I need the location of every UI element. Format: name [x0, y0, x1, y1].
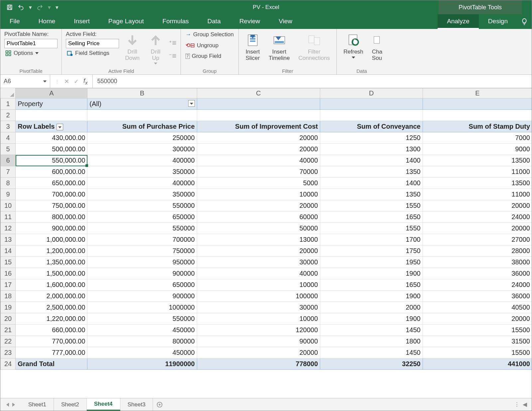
- cell[interactable]: 1350: [320, 189, 423, 200]
- cell[interactable]: 450000: [87, 347, 197, 358]
- cell[interactable]: 120000: [197, 325, 320, 336]
- tab-data[interactable]: Data: [198, 14, 230, 29]
- pivot-filter-field[interactable]: Property: [16, 98, 87, 110]
- row-header[interactable]: 22: [1, 336, 16, 347]
- cell[interactable]: 20000: [423, 313, 532, 325]
- insert-slicer-button[interactable]: InsertSlicer: [243, 31, 263, 68]
- select-all-corner[interactable]: [1, 88, 16, 98]
- cell[interactable]: 400000: [87, 155, 197, 166]
- row-header[interactable]: 8: [1, 178, 16, 189]
- cell[interactable]: 750,000.00: [16, 200, 87, 211]
- cell[interactable]: 1900: [320, 268, 423, 279]
- dropdown-icon[interactable]: [57, 124, 63, 130]
- collapse-field-icon[interactable]: ⁻≣: [169, 52, 177, 59]
- save-icon[interactable]: [6, 4, 13, 11]
- row-header[interactable]: 7: [1, 166, 16, 178]
- row-header[interactable]: 19: [1, 302, 16, 313]
- col-header[interactable]: D: [320, 88, 423, 98]
- cell[interactable]: 1650: [320, 279, 423, 291]
- row-header[interactable]: 16: [1, 268, 16, 279]
- row-header[interactable]: 4: [1, 132, 16, 144]
- sheet-tab-sheet3[interactable]: Sheet3: [120, 398, 153, 411]
- ungroup-button[interactable]: ⟲⊟Ungroup: [185, 42, 234, 49]
- tab-insert[interactable]: Insert: [65, 14, 99, 29]
- cell[interactable]: 550000: [87, 313, 197, 325]
- cell[interactable]: 770,000.00: [16, 336, 87, 347]
- cell[interactable]: 9000: [423, 144, 532, 155]
- cell[interactable]: 40000: [197, 155, 320, 166]
- cell[interactable]: 350000: [87, 166, 197, 178]
- row-header[interactable]: 3: [1, 121, 16, 132]
- cell[interactable]: 250000: [87, 132, 197, 144]
- row-header[interactable]: 11: [1, 211, 16, 223]
- cell[interactable]: 700000: [87, 234, 197, 245]
- pivottable-options-button[interactable]: Options: [4, 50, 58, 57]
- group-field-button[interactable]: 7Group Field: [185, 53, 234, 60]
- cell[interactable]: 500,000.00: [16, 144, 87, 155]
- cell[interactable]: 20000: [197, 347, 320, 358]
- cell[interactable]: 13500: [423, 155, 532, 166]
- cell[interactable]: 30000: [197, 257, 320, 268]
- cell[interactable]: 778000: [197, 358, 320, 370]
- cell[interactable]: 20000: [197, 245, 320, 257]
- change-data-source-button[interactable]: ChanSou: [369, 31, 383, 68]
- redo-icon[interactable]: [37, 4, 43, 11]
- tab-view[interactable]: View: [269, 14, 302, 29]
- worksheet-grid[interactable]: A B C D E 1Property(All)23Row LabelsSum …: [0, 88, 532, 398]
- tell-me-icon[interactable]: [517, 14, 532, 29]
- cell[interactable]: 15500: [423, 347, 532, 358]
- name-box[interactable]: A6: [0, 75, 50, 88]
- cell[interactable]: 1400: [320, 155, 423, 166]
- cell[interactable]: 450000: [87, 325, 197, 336]
- cell[interactable]: 36000: [423, 291, 532, 302]
- cell[interactable]: 1550: [320, 223, 423, 234]
- row-header[interactable]: 5: [1, 144, 16, 155]
- cell[interactable]: 27000: [423, 234, 532, 245]
- cell[interactable]: 1,500,000.00: [16, 268, 87, 279]
- cell[interactable]: 2,000,000.00: [16, 291, 87, 302]
- active-field-input[interactable]: [66, 39, 119, 48]
- cell[interactable]: 1,600,000.00: [16, 279, 87, 291]
- row-header[interactable]: 18: [1, 291, 16, 302]
- cell[interactable]: 900,000.00: [16, 223, 87, 234]
- cell[interactable]: 441000: [423, 358, 532, 370]
- cell[interactable]: 60000: [197, 211, 320, 223]
- cell[interactable]: 900000: [87, 291, 197, 302]
- cell[interactable]: 430,000.00: [16, 132, 87, 144]
- sheet-tab-sheet4[interactable]: Sheet4: [87, 398, 120, 411]
- refresh-button[interactable]: Refresh: [341, 31, 366, 68]
- cell[interactable]: 400000: [87, 178, 197, 189]
- cell[interactable]: 800000: [87, 336, 197, 347]
- pivot-col-header[interactable]: Sum of Stamp Duty: [423, 121, 532, 132]
- cell[interactable]: 20000: [197, 200, 320, 211]
- sheet-nav-prev-icon[interactable]: [6, 403, 9, 407]
- pivottable-name-input[interactable]: [4, 39, 58, 48]
- pivot-row-labels-header[interactable]: Row Labels: [16, 121, 87, 132]
- cell[interactable]: 1550: [320, 200, 423, 211]
- row-header[interactable]: 12: [1, 223, 16, 234]
- cell[interactable]: 13000: [197, 234, 320, 245]
- cell[interactable]: 1,350,000.00: [16, 257, 87, 268]
- pivot-col-header[interactable]: Sum of Purchase Price: [87, 121, 197, 132]
- tab-design[interactable]: Design: [479, 14, 517, 29]
- cell[interactable]: 31500: [423, 336, 532, 347]
- col-header[interactable]: B: [87, 88, 197, 98]
- cell[interactable]: 750000: [87, 245, 197, 257]
- sheet-nav-next-icon[interactable]: [12, 403, 15, 407]
- cell[interactable]: 32250: [320, 358, 423, 370]
- cell[interactable]: 2000: [320, 302, 423, 313]
- grand-total-label[interactable]: Grand Total: [16, 358, 87, 370]
- cell[interactable]: 15500: [423, 325, 532, 336]
- cell[interactable]: 1900: [320, 291, 423, 302]
- cell[interactable]: 20000: [197, 132, 320, 144]
- cell[interactable]: 2,500,000.00: [16, 302, 87, 313]
- row-header[interactable]: 6: [1, 155, 16, 166]
- row-header[interactable]: 14: [1, 245, 16, 257]
- tab-home[interactable]: Home: [29, 14, 65, 29]
- cell[interactable]: 1000000: [87, 302, 197, 313]
- cell[interactable]: 11900000: [87, 358, 197, 370]
- cell[interactable]: 24000: [423, 211, 532, 223]
- cell[interactable]: 650000: [87, 279, 197, 291]
- insert-timeline-button[interactable]: InsertTimeline: [266, 31, 293, 68]
- row-header[interactable]: 10: [1, 200, 16, 211]
